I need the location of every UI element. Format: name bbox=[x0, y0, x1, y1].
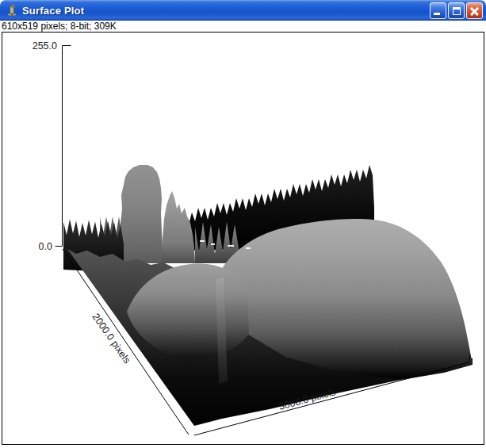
surface-plot-figure: 255.0 0.0 2000.0 pixels 3008.0 pixels bbox=[0, 0, 486, 448]
surface-tower-peak bbox=[121, 165, 163, 263]
z-max-label: 255.0 bbox=[33, 40, 57, 52]
plot-canvas[interactable]: 255.0 0.0 2000.0 pixels 3008.0 pixels bbox=[2, 32, 484, 445]
z-min-label: 0.0 bbox=[39, 241, 52, 252]
surface-plot-window: Surface Plot 610x519 pixels; 8-bit; 309K bbox=[0, 0, 486, 448]
